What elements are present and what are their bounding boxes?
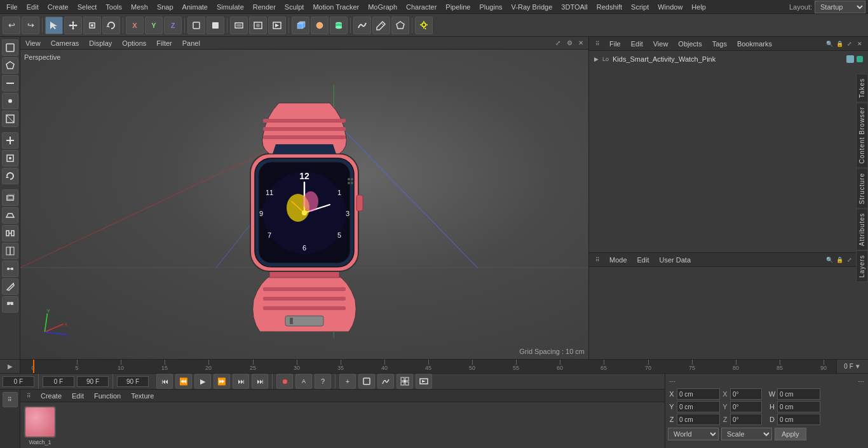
vp-menu-display[interactable]: Display — [86, 39, 114, 48]
vp-icon-settings[interactable]: ⚙ — [564, 38, 574, 48]
tab-takes[interactable]: Takes — [856, 74, 868, 102]
menu-select[interactable]: Select — [74, 2, 101, 12]
sidebar-uv-button[interactable] — [2, 111, 18, 127]
menu-sculpt[interactable]: Sculpt — [281, 2, 308, 12]
sidebar-edge-button[interactable] — [2, 75, 18, 92]
render-transport-button[interactable] — [416, 374, 432, 389]
menu-pipeline[interactable]: Pipeline — [442, 2, 474, 12]
sidebar-magnet-button[interactable] — [2, 296, 18, 313]
render-to-po-button[interactable] — [268, 17, 286, 34]
objects-menu-tags[interactable]: Tags — [710, 39, 729, 48]
attrib-menu-edit[interactable]: Edit — [635, 255, 652, 264]
z-pos-field[interactable] — [677, 414, 720, 425]
sidebar-bevel-button[interactable] — [2, 207, 18, 224]
vp-menu-filter[interactable]: Filter — [154, 39, 174, 48]
world-dropdown[interactable]: World — [668, 428, 719, 440]
prev-frame-button[interactable]: ⏪ — [175, 374, 192, 389]
end-frame-field[interactable] — [77, 376, 109, 387]
pref-button[interactable] — [397, 374, 413, 389]
redo-button[interactable]: ↪ — [22, 17, 39, 34]
objects-menu-objects[interactable]: Objects — [675, 39, 704, 48]
cylinder-button[interactable] — [330, 17, 348, 34]
attrib-search-icon[interactable]: 🔍 — [825, 255, 834, 264]
object-mode-button[interactable] — [207, 17, 224, 34]
z-size-field[interactable] — [777, 414, 820, 425]
move-tool-button[interactable] — [64, 17, 82, 34]
polygon-button[interactable] — [391, 17, 409, 34]
last-frame-button[interactable]: ⏭ — [252, 374, 268, 389]
vp-icon-expand[interactable]: ⤢ — [553, 38, 563, 48]
menu-script[interactable]: Script — [627, 2, 653, 12]
menu-3dtoall[interactable]: 3DTOAll — [557, 2, 591, 12]
menu-help[interactable]: Help — [688, 2, 710, 12]
tab-layers[interactable]: Layers — [856, 250, 868, 282]
motion-path-button[interactable] — [377, 374, 394, 389]
menu-animate[interactable]: Animate — [179, 2, 212, 12]
y-pos-field[interactable] — [677, 401, 720, 412]
sidebar-scale-tool[interactable] — [2, 150, 18, 166]
material-menu-edit[interactable]: Edit — [69, 391, 86, 400]
auto-key-button[interactable]: A — [295, 374, 312, 389]
render-region-button[interactable] — [230, 17, 248, 34]
sidebar-weld-button[interactable] — [2, 261, 18, 277]
sidebar-rotate-tool[interactable] — [2, 168, 18, 184]
next-frame-button[interactable]: ⏩ — [214, 374, 230, 389]
attrib-menu-mode[interactable]: Mode — [607, 255, 630, 264]
start-frame-field[interactable] — [3, 376, 34, 387]
menu-window[interactable]: Window — [654, 2, 686, 12]
menu-character[interactable]: Character — [402, 2, 440, 12]
render-view-button[interactable] — [249, 17, 267, 34]
sidebar-polygon-button[interactable] — [2, 57, 18, 74]
y-size-field[interactable] — [777, 401, 820, 412]
lock-icon[interactable]: 🔒 — [835, 39, 844, 48]
close-panel-icon[interactable]: ✕ — [855, 39, 864, 48]
del-key-button[interactable] — [358, 374, 375, 389]
sidebar-object-button[interactable] — [2, 39, 18, 56]
play-button[interactable]: ▶ — [194, 374, 211, 389]
objects-menu-view[interactable]: View — [651, 39, 671, 48]
sphere-button[interactable] — [311, 17, 329, 34]
sidebar-point-button[interactable] — [2, 93, 18, 109]
rotate-tool-button[interactable] — [102, 17, 120, 34]
material-menu-create[interactable]: Create — [38, 391, 64, 400]
model-mode-button[interactable] — [187, 17, 205, 34]
vp-menu-options[interactable]: Options — [119, 39, 149, 48]
sidebar-knife-button[interactable] — [2, 278, 18, 295]
menu-edit[interactable]: Edit — [23, 2, 43, 12]
add-key-button[interactable]: + — [339, 374, 356, 389]
material-menu-texture[interactable]: Texture — [128, 391, 156, 400]
timeline-end-arrow[interactable]: ▼ — [855, 363, 861, 370]
y-axis-button[interactable]: Y — [145, 17, 163, 34]
go-start-button[interactable]: ⏮ — [156, 374, 173, 389]
cursor-tool-button[interactable] — [45, 17, 63, 34]
material-slot-1[interactable]: Watch_1 — [24, 406, 56, 445]
menu-create[interactable]: Create — [44, 2, 72, 12]
playback-end-field[interactable] — [117, 376, 149, 387]
material-menu-function[interactable]: Function — [92, 391, 123, 400]
p-rot-field[interactable] — [730, 401, 762, 412]
vp-icon-close[interactable]: ✕ — [576, 38, 586, 48]
h-rot-field[interactable] — [730, 388, 762, 400]
x-axis-button[interactable]: X — [126, 17, 144, 34]
menu-render[interactable]: Render — [249, 2, 280, 12]
sidebar-bridge-button[interactable] — [2, 225, 18, 241]
expand-icon[interactable]: ⤢ — [845, 39, 854, 48]
tab-structure[interactable]: Structure — [856, 168, 868, 209]
menu-tools[interactable]: Tools — [102, 2, 126, 12]
sidebar-move-tool[interactable] — [2, 132, 18, 149]
help-button[interactable]: ? — [315, 374, 331, 389]
menu-vray[interactable]: V-Ray Bridge — [508, 2, 557, 12]
timeline-ruler[interactable]: 051015202530354045505560657075808590 — [20, 360, 836, 373]
objects-menu-edit[interactable]: Edit — [628, 39, 646, 48]
spline-button[interactable] — [353, 17, 371, 34]
x-pos-field[interactable] — [677, 388, 720, 400]
scale-tool-button[interactable] — [83, 17, 101, 34]
x-size-field[interactable] — [777, 388, 820, 400]
sidebar-extrude-button[interactable] — [2, 189, 18, 206]
vp-menu-view[interactable]: View — [23, 39, 43, 48]
menu-mesh[interactable]: Mesh — [127, 2, 152, 12]
cube-button[interactable] — [292, 17, 309, 34]
undo-button[interactable]: ↩ — [3, 17, 20, 34]
attrib-lock-icon[interactable]: 🔒 — [835, 255, 844, 264]
light-button[interactable] — [415, 17, 433, 34]
